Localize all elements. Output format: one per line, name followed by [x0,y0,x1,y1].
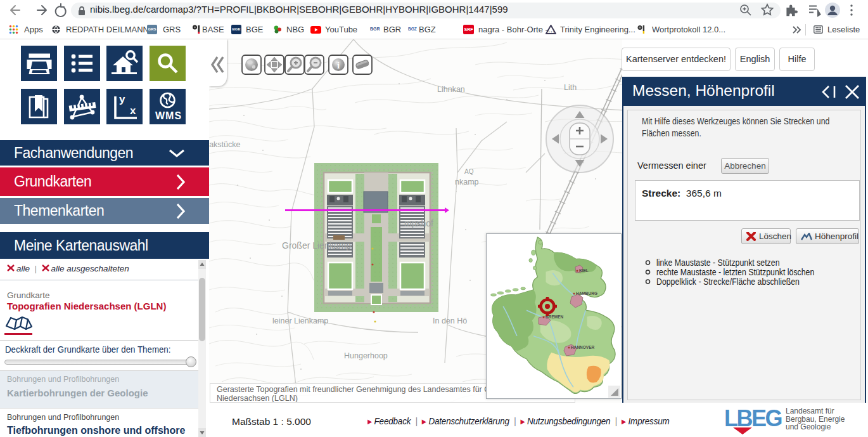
svg-text:y: y [119,93,125,105]
svg-text:x: x [130,105,136,117]
svg-text:KIEL: KIEL [579,268,589,273]
svg-text:Großer Lienkamp: Großer Lienkamp [282,240,351,251]
svg-text:nkamp: nkamp [455,178,479,186]
svg-text:Hungerhoop: Hungerhoop [344,351,388,360]
svg-text:HANNOVER: HANNOVER [571,345,595,349]
svg-text:mpshof: mpshof [404,218,433,228]
svg-text:HAMBURG: HAMBURG [576,291,597,296]
svg-text:leiner Lienkamp: leiner Lienkamp [272,316,328,325]
svg-text:Lith: Lith [564,83,577,92]
svg-text:rakstücke: rakstücke [209,140,241,149]
svg-text:Lihnkan: Lihnkan [437,85,465,94]
svg-text:WMS: WMS [155,110,182,121]
svg-text:In den Hö: In den Hö [433,316,467,325]
svg-text:i: i [337,60,340,70]
svg-text:AQ: AQ [464,168,474,175]
